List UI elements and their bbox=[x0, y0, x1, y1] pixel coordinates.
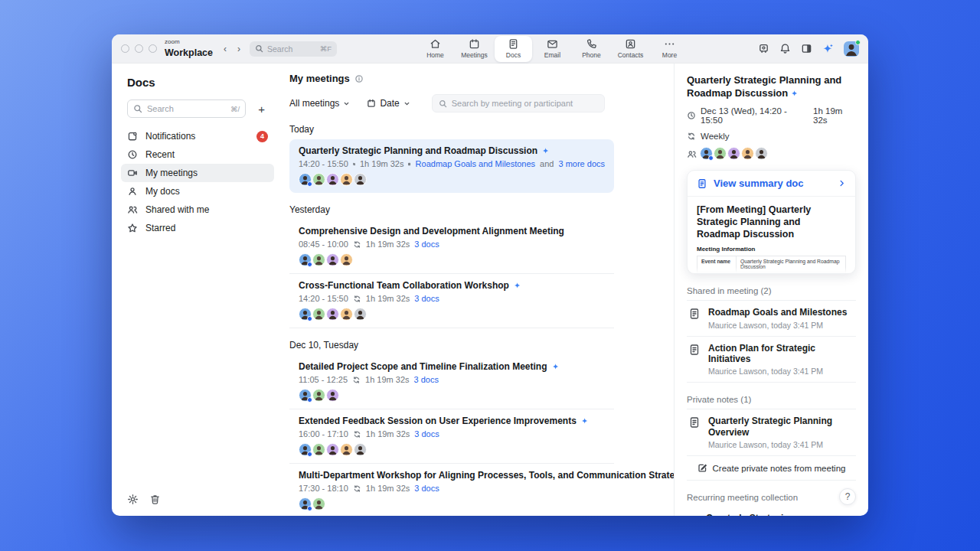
meeting-search-field[interactable] bbox=[452, 99, 598, 108]
tab-meetings[interactable]: Meetings bbox=[456, 36, 493, 62]
avatar bbox=[354, 443, 367, 456]
ai-sparkle-icon bbox=[552, 363, 560, 370]
settings-gear-icon[interactable] bbox=[127, 494, 139, 505]
meeting-detail-panel: Quarterly Strategic Planning and Roadmap… bbox=[674, 64, 868, 516]
window-controls[interactable] bbox=[121, 44, 157, 53]
avatar bbox=[312, 308, 325, 321]
tab-phone[interactable]: Phone bbox=[573, 36, 610, 62]
meeting-time: 14:20 - 15:50 bbox=[299, 294, 348, 303]
window-minimize-button[interactable] bbox=[135, 44, 143, 53]
collection-count: 12 meetings bbox=[805, 514, 841, 516]
more-docs-link[interactable]: 3 more docs bbox=[558, 159, 605, 168]
docs-link[interactable]: 3 docs bbox=[414, 429, 439, 439]
chevron-right-icon bbox=[838, 179, 846, 187]
doc-meta: Maurice Lawson, today 3:41 PM bbox=[708, 321, 847, 330]
meeting-row[interactable]: Detailed Project Scope and Timeline Fina… bbox=[289, 355, 614, 409]
user-avatar[interactable] bbox=[844, 41, 859, 57]
person-icon bbox=[127, 186, 138, 197]
meeting-row[interactable]: Extended Feedback Session on User Experi… bbox=[289, 409, 614, 464]
ai-companion-icon[interactable] bbox=[822, 43, 834, 54]
private-notes-heading: Private notes (1) bbox=[687, 395, 856, 404]
host-badge bbox=[307, 262, 312, 267]
shared-doc-item[interactable]: Action Plan for Strategic Initiatives Ma… bbox=[687, 337, 856, 383]
app-tabs: Home Meetings Docs Email Phone Contacts bbox=[416, 36, 688, 62]
bell-icon[interactable] bbox=[779, 43, 791, 54]
people-icon bbox=[687, 149, 697, 159]
shared-doc-item[interactable]: Roadmap Goals and Milestones Maurice Law… bbox=[687, 301, 856, 336]
sidebar-search-input[interactable]: ⌘/ bbox=[127, 99, 246, 118]
global-search-input[interactable]: ⌘F bbox=[250, 41, 337, 57]
date-filter[interactable]: Date bbox=[367, 98, 410, 109]
meeting-title: Detailed Project Scope and Timeline Fina… bbox=[299, 361, 547, 372]
avatar bbox=[326, 389, 339, 402]
sidebar-item-my-docs[interactable]: My docs bbox=[121, 182, 274, 201]
sidebar-item-recent[interactable]: Recent bbox=[121, 145, 274, 164]
zoom-workplace-window: zoom Workplace ‹ › ⌘F Home Meetings Docs bbox=[112, 34, 868, 516]
clock-icon bbox=[127, 149, 138, 160]
doc-link-icon bbox=[408, 160, 410, 168]
device-icon[interactable] bbox=[758, 43, 769, 54]
meeting-duration: 1h 19m 32s bbox=[366, 429, 410, 439]
meeting-row[interactable]: Multi-Department Workshop for Aligning P… bbox=[289, 464, 614, 516]
info-icon[interactable] bbox=[354, 74, 364, 83]
recurring-icon bbox=[687, 132, 696, 141]
sidebar-search-field[interactable] bbox=[147, 104, 201, 113]
window-close-button[interactable] bbox=[121, 44, 129, 53]
document-icon bbox=[508, 38, 519, 50]
global-search-field[interactable] bbox=[267, 44, 307, 54]
doc-link[interactable]: Roadmap Goals and Milestones bbox=[416, 159, 536, 168]
view-summary-doc-link[interactable]: View summary doc bbox=[688, 171, 855, 197]
home-icon bbox=[430, 38, 441, 50]
avatar bbox=[312, 389, 325, 402]
tab-email[interactable]: Email bbox=[534, 36, 571, 62]
sidebar-item-starred[interactable]: Starred bbox=[121, 219, 274, 237]
trash-icon[interactable] bbox=[149, 494, 161, 505]
avatar bbox=[299, 253, 312, 266]
meeting-row[interactable]: Cross-Functional Team Collaboration Work… bbox=[289, 274, 614, 328]
tab-contacts[interactable]: Contacts bbox=[612, 36, 649, 62]
side-panel-icon[interactable] bbox=[801, 43, 812, 54]
forward-button[interactable]: › bbox=[237, 44, 240, 54]
meeting-duration: 1h 19m 32s bbox=[360, 159, 403, 168]
page-title: My meetings bbox=[289, 73, 350, 84]
avatar bbox=[299, 173, 312, 186]
participant-avatars bbox=[299, 389, 605, 403]
create-private-notes-button[interactable]: Create private notes from meeting bbox=[687, 456, 856, 481]
meeting-row[interactable]: Comprehensive Design and Development Ali… bbox=[289, 220, 614, 274]
tab-more[interactable]: More bbox=[651, 36, 688, 62]
sidebar-item-shared-with-me[interactable]: Shared with me bbox=[121, 201, 274, 219]
recurring-icon bbox=[353, 484, 361, 493]
docs-link[interactable]: 3 docs bbox=[414, 375, 439, 384]
docs-link[interactable]: 3 docs bbox=[414, 294, 439, 303]
private-doc-item[interactable]: Quarterly Strategic Planning Overview Ma… bbox=[687, 409, 856, 456]
host-badge bbox=[307, 452, 312, 457]
summary-doc-card[interactable]: View summary doc [From Meeting] Quarterl… bbox=[687, 170, 856, 274]
meeting-title: Extended Feedback Session on User Experi… bbox=[299, 416, 577, 426]
sidebar-item-notifications[interactable]: Notifications 4 bbox=[121, 127, 274, 145]
window-maximize-button[interactable] bbox=[149, 44, 157, 53]
docs-link[interactable]: 3 docs bbox=[414, 240, 439, 249]
doc-title: Quarterly Strategic Planning Overview bbox=[708, 416, 854, 438]
doc-title: Roadmap Goals and Milestones bbox=[708, 307, 847, 318]
tab-home[interactable]: Home bbox=[416, 36, 454, 62]
document-icon bbox=[697, 178, 707, 189]
meeting-row[interactable]: Quarterly Strategic Planning and Roadmap… bbox=[289, 139, 614, 193]
meeting-time: 11:05 - 12:25 bbox=[299, 375, 348, 384]
meeting-time: 08:45 - 10:00 bbox=[299, 240, 348, 249]
participant-avatars bbox=[299, 308, 605, 321]
recurring-icon bbox=[353, 295, 361, 303]
help-button[interactable]: ? bbox=[839, 488, 856, 505]
sidebar-item-my-meetings[interactable]: My meetings bbox=[121, 164, 274, 182]
tab-docs[interactable]: Docs bbox=[495, 36, 532, 62]
doc-preview-title: [From Meeting] Quarterly Strategic Plann… bbox=[697, 204, 846, 240]
new-doc-button[interactable]: + bbox=[255, 102, 268, 116]
recurring-collection-item[interactable]: Quarterly Strategic Planni... 12 meeting… bbox=[687, 505, 856, 516]
avatar bbox=[312, 253, 325, 266]
sidebar-search-shortcut: ⌘/ bbox=[230, 105, 240, 113]
host-badge bbox=[708, 155, 714, 161]
participant-avatars bbox=[299, 443, 605, 457]
all-meetings-filter[interactable]: All meetings bbox=[289, 98, 350, 109]
meeting-search-input[interactable] bbox=[432, 94, 605, 112]
back-button[interactable]: ‹ bbox=[224, 44, 227, 54]
docs-link[interactable]: 3 docs bbox=[414, 484, 439, 493]
